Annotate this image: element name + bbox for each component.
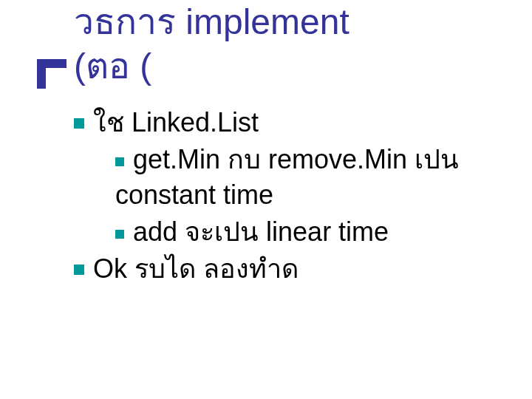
list-item: add จะเปน linear time — [74, 214, 510, 250]
title-line-2: (ตอ ( — [74, 44, 502, 89]
list-item: get.Min กบ remove.Min เปน constant time — [74, 142, 510, 213]
title-line-1: วธการ implement — [74, 0, 502, 44]
square-bullet-icon — [74, 265, 84, 275]
slide-title: วธการ implement (ตอ ( — [37, 0, 502, 89]
bullet-text: add จะเปน linear time — [133, 216, 389, 247]
slide-body: ใช Linked.List get.Min กบ remove.Min เปน… — [74, 103, 510, 288]
square-bullet-icon — [115, 230, 124, 239]
list-item: Ok รบได ลองทำด — [74, 251, 510, 287]
list-item: ใช Linked.List — [74, 105, 510, 140]
slide: วธการ implement (ตอ ( ใช Linked.List get… — [0, 0, 532, 399]
bullet-text: ใช Linked.List — [93, 107, 259, 137]
square-bullet-icon — [74, 118, 84, 129]
bullet-text: Ok รบได ลองทำด — [93, 253, 299, 284]
square-bullet-icon — [115, 157, 124, 166]
title-text: วธการ implement (ตอ ( — [37, 0, 502, 89]
bullet-text: get.Min กบ remove.Min เปน constant time — [115, 144, 459, 210]
